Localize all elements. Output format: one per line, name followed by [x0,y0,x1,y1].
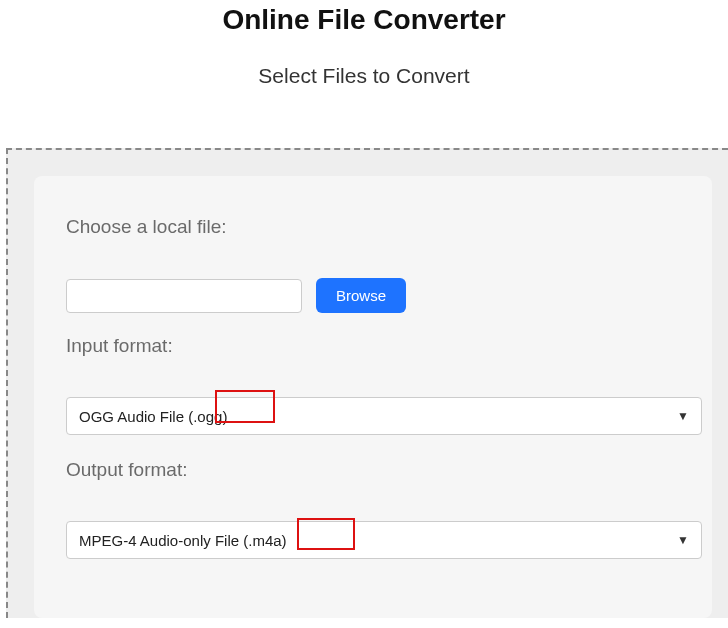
chevron-down-icon: ▼ [677,409,689,423]
drop-zone: Choose a local file: Browse Input format… [6,148,728,618]
output-format-value: MPEG-4 Audio-only File (.m4a) [79,532,287,549]
chevron-down-icon: ▼ [677,533,689,547]
input-format-label: Input format: [66,335,680,357]
page-subtitle: Select Files to Convert [0,64,728,88]
input-format-select[interactable]: OGG Audio File (.ogg) ▼ [66,397,702,435]
output-format-label: Output format: [66,459,680,481]
input-format-value: OGG Audio File (.ogg) [79,408,227,425]
file-path-input[interactable] [66,279,302,313]
browse-button[interactable]: Browse [316,278,406,313]
local-file-label: Choose a local file: [66,216,680,238]
file-input-row: Browse [66,278,680,313]
page-title: Online File Converter [0,4,728,36]
output-format-select[interactable]: MPEG-4 Audio-only File (.m4a) ▼ [66,521,702,559]
converter-card: Choose a local file: Browse Input format… [34,176,712,618]
